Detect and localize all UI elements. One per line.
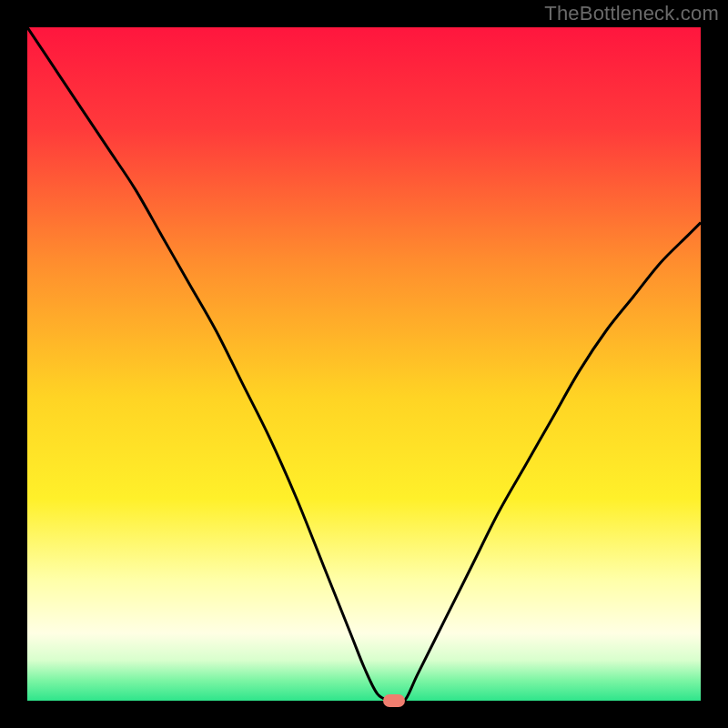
plot-area	[27, 27, 701, 701]
chart-root: TheBottleneck.com	[0, 0, 728, 728]
watermark-text: TheBottleneck.com	[544, 2, 719, 25]
chart-background-gradient	[27, 27, 701, 701]
optimal-point-marker	[383, 694, 405, 707]
chart-svg	[27, 27, 701, 701]
